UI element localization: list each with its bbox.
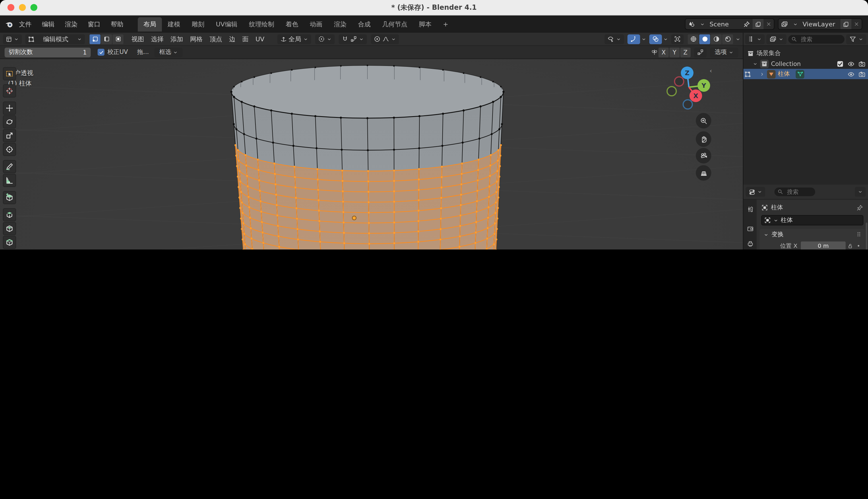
show-overlays-toggle[interactable] [649, 34, 662, 44]
disable-render-icon[interactable] [858, 60, 866, 68]
material-shading-button[interactable] [711, 34, 722, 44]
solid-shading-button[interactable] [699, 34, 710, 44]
disable-render-icon[interactable] [858, 70, 866, 78]
outliner-search-input[interactable] [800, 35, 842, 43]
viewport-menu-边[interactable]: 边 [226, 33, 239, 45]
tool-measure[interactable] [3, 174, 16, 187]
properties-tab-tool[interactable] [744, 202, 757, 217]
transform-panel-header[interactable]: 变换 ⠿ [760, 229, 865, 240]
tool-inset-faces[interactable] [3, 222, 16, 235]
pivot-point-dropdown[interactable] [315, 34, 334, 44]
cylinder-object-row[interactable]: 柱体 [744, 69, 868, 79]
outliner-filter-button[interactable] [846, 34, 866, 44]
viewport-menu-UV[interactable]: UV [252, 34, 268, 45]
visibility-dropdown[interactable] [605, 34, 624, 44]
tool-select-box[interactable] [3, 67, 16, 80]
expand-icon[interactable] [760, 71, 765, 76]
snap-base-icon[interactable] [694, 47, 707, 57]
chevron-down-icon[interactable] [790, 19, 800, 29]
overlays-dropdown-icon[interactable] [663, 36, 668, 41]
properties-tab-render[interactable] [744, 221, 757, 236]
tool-bevel[interactable] [3, 236, 16, 249]
new-scene-icon[interactable] [753, 19, 763, 29]
select-tool-dropdown[interactable]: 框选 [155, 47, 183, 57]
menu-窗口[interactable]: 窗口 [83, 17, 106, 31]
viewport-menu-选择[interactable]: 选择 [147, 33, 167, 45]
options-dropdown[interactable]: 选项 [710, 47, 738, 57]
tool-transform[interactable] [3, 143, 16, 156]
mirror-y-button[interactable]: Y [669, 47, 680, 57]
xray-toggle[interactable] [671, 34, 684, 44]
proportional-editing-toggle[interactable] [371, 34, 399, 44]
zoom-view-button[interactable] [696, 113, 711, 129]
viewlayer-browse-icon[interactable] [778, 19, 790, 29]
transform-value-field[interactable]: 0 m [801, 241, 846, 250]
properties-scrollbar[interactable] [866, 222, 867, 250]
blender-logo-icon[interactable] [4, 20, 14, 29]
orthographic-toggle-button[interactable] [696, 165, 711, 181]
workspace-tab-雕刻[interactable]: 雕刻 [186, 17, 210, 31]
gizmo-z-axis[interactable]: Z [681, 66, 693, 79]
titlebar[interactable]: * (未保存) - Blender 4.1 [0, 0, 868, 15]
viewport-canvas[interactable] [0, 59, 743, 250]
mode-dropdown[interactable]: 编辑模式 [25, 34, 85, 44]
tool-rotate[interactable] [3, 115, 16, 129]
pan-view-button[interactable] [696, 131, 711, 147]
scene-name[interactable]: Scene [707, 19, 740, 29]
face-select-button[interactable] [112, 34, 123, 44]
workspace-tab-UV编辑[interactable]: UV编辑 [210, 17, 243, 31]
scene-selector[interactable]: Scene [685, 19, 774, 30]
shading-dropdown-icon[interactable] [735, 36, 740, 41]
workspace-tab-脚本[interactable]: 脚本 [413, 17, 437, 31]
workspace-tab-渲染[interactable]: 渲染 [328, 17, 352, 31]
remove-viewlayer-icon[interactable] [851, 19, 862, 29]
workspace-tab-动画[interactable]: 动画 [304, 17, 328, 31]
tool-move[interactable] [3, 101, 16, 115]
show-gizmo-toggle[interactable] [628, 34, 640, 44]
viewlayer-selector[interactable]: ViewLayer [778, 19, 862, 30]
scene-browse-icon[interactable] [686, 19, 698, 29]
gizmo-minus-y-axis[interactable] [666, 86, 677, 96]
properties-editor-type-button[interactable] [746, 187, 765, 197]
editor-type-button[interactable] [3, 34, 22, 44]
gizmo-y-axis[interactable]: Y [698, 79, 710, 92]
tool-add-cube[interactable] [3, 191, 16, 204]
navigation-gizmo[interactable]: Z Y X [666, 64, 715, 113]
viewport-menu-网格[interactable]: 网格 [187, 33, 206, 45]
workspace-tab-建模[interactable]: 建模 [162, 17, 186, 31]
chevron-down-icon[interactable] [698, 19, 707, 29]
object-name-field[interactable]: 柱体 [761, 215, 864, 226]
menu-文件[interactable]: 文件 [14, 17, 37, 31]
drag-grip-icon[interactable]: ⠿ [857, 231, 861, 238]
workspace-tab-合成[interactable]: 合成 [352, 17, 376, 31]
tool-annotate[interactable] [3, 160, 16, 173]
workspace-tab-着色[interactable]: 着色 [280, 17, 304, 31]
unlink-scene-icon[interactable] [763, 19, 774, 29]
viewport-menu-顶点[interactable]: 顶点 [206, 33, 226, 45]
workspace-tab-纹理绘制[interactable]: 纹理绘制 [243, 17, 280, 31]
loopcut-cuts-field[interactable]: 切割次数 1 [4, 47, 91, 57]
viewport-menu-视图[interactable]: 视图 [128, 33, 147, 45]
properties-search-input[interactable] [786, 188, 812, 196]
camera-view-button[interactable] [696, 148, 711, 163]
transform-orientation-dropdown[interactable]: 全局 [277, 34, 311, 44]
viewport-menu-添加[interactable]: 添加 [167, 33, 187, 45]
workspace-tab-几何节点[interactable]: 几何节点 [376, 17, 413, 31]
exclude-checkbox[interactable] [836, 60, 844, 68]
menu-编辑[interactable]: 编辑 [37, 17, 60, 31]
vertex-select-button[interactable] [90, 34, 100, 44]
outliner-filter-id-button[interactable] [766, 34, 786, 44]
menu-帮助[interactable]: 帮助 [106, 17, 129, 31]
mirror-x-button[interactable]: X [658, 47, 669, 57]
add-workspace-button[interactable]: + [437, 17, 454, 31]
properties-search[interactable] [774, 187, 815, 196]
edge-select-button[interactable] [101, 34, 112, 44]
tool-scale[interactable] [3, 129, 16, 142]
pin-icon[interactable] [856, 204, 864, 211]
hide-eye-icon[interactable] [847, 60, 855, 68]
properties-options-icon[interactable] [855, 187, 866, 197]
rendered-shading-button[interactable] [722, 34, 733, 44]
viewport-menu-面[interactable]: 面 [239, 33, 252, 45]
tool-cursor[interactable] [3, 84, 16, 98]
outliner-search[interactable] [788, 35, 844, 43]
